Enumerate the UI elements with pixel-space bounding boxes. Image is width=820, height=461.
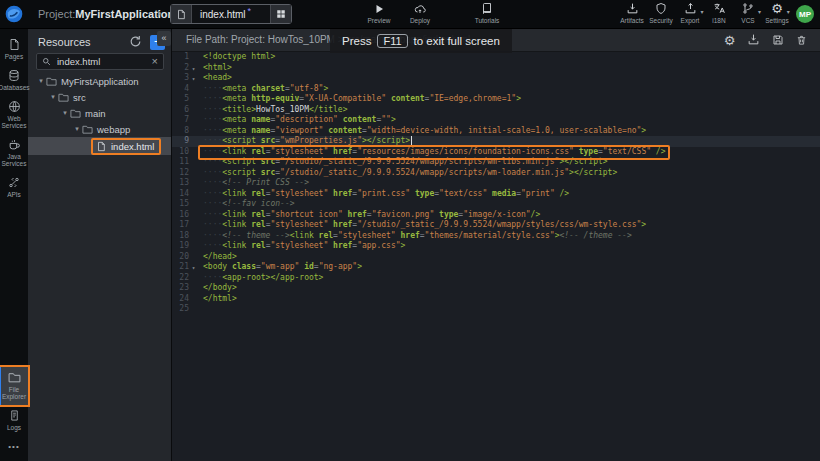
code-line-24[interactable]: 24</html> xyxy=(172,294,820,305)
sidebar-item-label: Web Services xyxy=(0,115,28,129)
file-icon xyxy=(96,141,107,152)
code-line-8[interactable]: 8····<meta name="viewport" content="widt… xyxy=(172,126,820,137)
tutorials-button[interactable]: Tutorials xyxy=(471,1,503,24)
refresh-icon[interactable] xyxy=(129,35,143,49)
gutter: 12 xyxy=(172,168,198,179)
breadcrumb-chevron-icon: › xyxy=(157,5,161,20)
avatar[interactable]: MP xyxy=(796,5,814,23)
fold-spacer xyxy=(189,84,198,95)
sidebar-item-logs[interactable]: Logs xyxy=(0,405,28,436)
settings-button[interactable]: ⚙▾ Settings xyxy=(764,1,790,24)
gutter: 22 xyxy=(172,273,198,284)
tray-down-icon xyxy=(747,33,760,46)
code-line-10[interactable]: 10····<link rel="stylesheet" href="resou… xyxy=(172,147,820,158)
search-input[interactable] xyxy=(55,55,152,68)
tree-item-webapp[interactable]: ▾webapp xyxy=(28,121,171,137)
f11-keycap: F11 xyxy=(377,34,407,48)
code-line-7[interactable]: 7····<meta name="description" content=""… xyxy=(172,115,820,126)
sidebar-item-web-services[interactable]: Web Services xyxy=(0,96,28,134)
code-line-17[interactable]: 17····<link rel="stylesheet" href="/stud… xyxy=(172,220,820,231)
action-label: Settings xyxy=(765,17,789,24)
annotation-box: index.html xyxy=(91,138,161,155)
code-line-6[interactable]: 6····<title>HowTos_10PM</title> xyxy=(172,105,820,116)
code-line-3[interactable]: 3▾<head> xyxy=(172,73,820,84)
code-line-19[interactable]: 19····<link rel="stylesheet" href="app.c… xyxy=(172,241,820,252)
tree-item-label: webapp xyxy=(97,124,130,135)
tree-expand-caret-icon[interactable]: ▾ xyxy=(48,93,58,101)
code-line-1[interactable]: 1<!doctype html> xyxy=(172,52,820,63)
editor-download-button[interactable] xyxy=(747,33,760,46)
wavemaker-logo-icon[interactable] xyxy=(0,0,28,28)
log-icon xyxy=(9,409,20,422)
tree-item-label: src xyxy=(73,92,86,103)
code-line-4[interactable]: 4····<meta charset="utf-8"> xyxy=(172,84,820,95)
code-line-16[interactable]: 16····<link rel="shortcut icon" href="fa… xyxy=(172,210,820,221)
code-line-23[interactable]: 23</body> xyxy=(172,283,820,294)
tree-item-main[interactable]: ▾main xyxy=(28,105,171,121)
gutter: 19 xyxy=(172,241,198,252)
code-line-18[interactable]: 18····<!-- theme --><link rel="styleshee… xyxy=(172,231,820,242)
text-cursor xyxy=(411,136,412,145)
action-label: Deploy xyxy=(410,17,430,24)
code-editor[interactable]: 1<!doctype html>2▾<html>3▾<head>4····<me… xyxy=(172,52,820,461)
security-button[interactable]: Security xyxy=(648,1,674,24)
editor-delete-button[interactable] xyxy=(795,33,808,46)
code-line-15[interactable]: 15····<!--fav icon--> xyxy=(172,199,820,210)
i18n-button[interactable]: i18N xyxy=(706,1,732,24)
gutter: 10 xyxy=(172,147,198,158)
editor-settings-button[interactable]: ⚙ xyxy=(723,33,736,46)
resources-panel: Resources + × ▾MyFirstApplication▾src▾ma… xyxy=(28,28,172,461)
code-line-5[interactable]: 5····<meta http-equiv="X-UA-Compatible" … xyxy=(172,94,820,105)
deploy-button[interactable]: Deploy xyxy=(404,1,436,24)
grid-icon[interactable] xyxy=(270,5,291,23)
sidebar-item-pages[interactable]: Pages xyxy=(0,34,28,65)
tooltip-text-pre: Press xyxy=(342,35,371,47)
collapse-panel-button[interactable]: « xyxy=(157,31,171,46)
coffee-icon xyxy=(8,138,21,151)
gutter: 4 xyxy=(172,84,198,95)
gutter: 21▾ xyxy=(172,262,198,273)
file-icon xyxy=(171,5,192,23)
tree-item-MyFirstApplication[interactable]: ▾MyFirstApplication xyxy=(28,73,171,89)
fold-spacer xyxy=(189,52,198,63)
fold-arrow-icon[interactable]: ▾ xyxy=(189,262,198,273)
sidebar-item-label: Logs xyxy=(7,424,21,431)
gutter: 13 xyxy=(172,178,198,189)
artifacts-button[interactable]: Artifacts xyxy=(619,1,645,24)
code-line-25[interactable]: 25 xyxy=(172,304,820,315)
export-button[interactable]: ▾ Export xyxy=(677,1,703,24)
fold-spacer xyxy=(189,178,198,189)
editor-save-button[interactable] xyxy=(771,33,784,46)
annotation-box: ····<link rel="stylesheet" href="resourc… xyxy=(198,145,670,161)
preview-button[interactable]: Preview xyxy=(363,1,395,24)
code-line-13[interactable]: 13····<!-- Print CSS --> xyxy=(172,178,820,189)
tab-index-html[interactable]: index.html * xyxy=(170,4,292,24)
code-line-22[interactable]: 22····<app-root></app-root> xyxy=(172,273,820,284)
tree-expand-caret-icon[interactable]: ▾ xyxy=(72,125,82,133)
code-line-21[interactable]: 21▾<body class="wm-app" id="ng-app"> xyxy=(172,262,820,273)
sidebar-item-databases[interactable]: Databases xyxy=(0,65,28,96)
search-icon xyxy=(42,57,51,66)
code-line-12[interactable]: 12····<script src="/studio/_static_/9.9.… xyxy=(172,168,820,179)
tree-item-label: MyFirstApplication xyxy=(61,76,139,87)
tree-expand-caret-icon[interactable]: ▾ xyxy=(36,77,46,85)
fold-spacer xyxy=(189,220,198,231)
tree-expand-caret-icon[interactable]: ▾ xyxy=(60,109,70,117)
fold-arrow-icon[interactable]: ▾ xyxy=(189,63,198,74)
clear-search-icon[interactable]: × xyxy=(152,56,158,67)
fold-spacer xyxy=(189,294,198,305)
code-line-20[interactable]: 20</head> xyxy=(172,252,820,263)
sidebar-item-file-explorer[interactable]: File Explorer xyxy=(0,367,28,405)
sidebar-item-apis[interactable]: APIs xyxy=(0,172,28,203)
vcs-button[interactable]: ▾ VCS xyxy=(735,1,761,24)
tray-up-icon: ▾ xyxy=(684,1,697,15)
fold-spacer xyxy=(189,168,198,179)
fold-arrow-icon[interactable]: ▾ xyxy=(189,73,198,84)
sidebar-item-java-services[interactable]: Java Services xyxy=(0,134,28,172)
code-line-2[interactable]: 2▾<html> xyxy=(172,63,820,74)
tree-item-src[interactable]: ▾src xyxy=(28,89,171,105)
code-line-14[interactable]: 14····<link rel="stylesheet" href="print… xyxy=(172,189,820,200)
unsaved-indicator: * xyxy=(248,6,252,16)
sidebar-overflow-button[interactable]: ••• xyxy=(8,436,19,457)
tree-item-index.html[interactable]: index.html xyxy=(28,137,171,155)
